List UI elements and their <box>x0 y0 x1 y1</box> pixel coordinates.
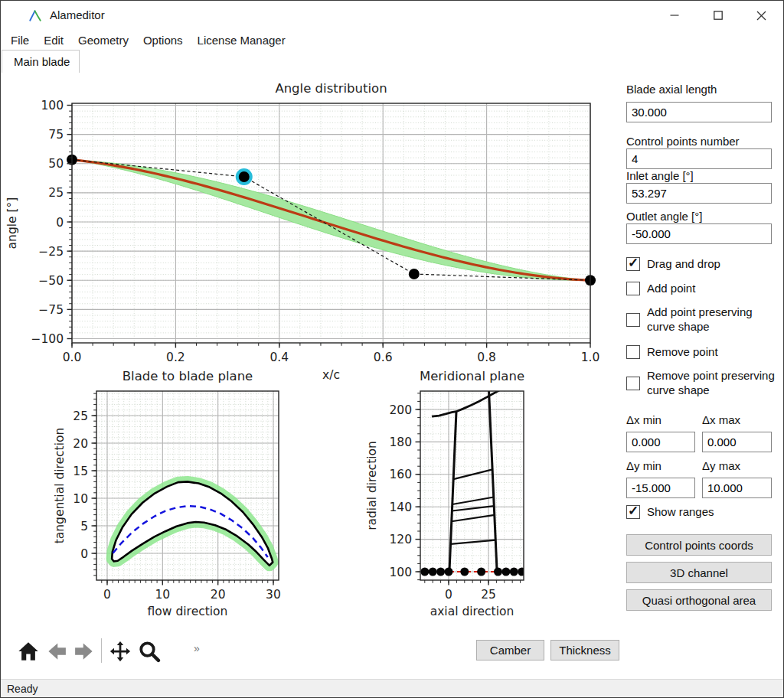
blade-axial-length-label: Blade axial length <box>626 83 717 96</box>
svg-text:angle [°]: angle [°] <box>5 197 19 250</box>
inlet-angle-input[interactable] <box>626 183 772 204</box>
dx-max-label: Δx max <box>702 413 740 426</box>
dy-max-label: Δy max <box>702 459 740 472</box>
checkbox-show-ranges[interactable]: Show ranges <box>626 505 776 520</box>
svg-text:0: 0 <box>445 588 452 602</box>
dy-min-input[interactable] <box>626 478 695 498</box>
3d-channel-button[interactable]: 3D channel <box>626 562 772 583</box>
hub-point[interactable] <box>436 568 445 576</box>
svg-text:0: 0 <box>56 216 64 230</box>
svg-text:tangential direction: tangential direction <box>53 428 67 544</box>
hub-point[interactable] <box>501 568 510 576</box>
forward-button[interactable] <box>73 639 96 664</box>
svg-text:100: 100 <box>389 566 412 579</box>
hub-point[interactable] <box>494 568 502 576</box>
checkbox-add-point[interactable]: Add point <box>626 282 776 296</box>
maximize-button[interactable] <box>696 1 740 30</box>
hub-point[interactable] <box>429 568 437 576</box>
pan-button[interactable] <box>109 639 132 664</box>
svg-text:−25: −25 <box>38 245 64 259</box>
remove-point-label: Remove point <box>647 345 718 360</box>
blade-axial-length-input[interactable] <box>626 102 772 122</box>
menu-license-manager[interactable]: License Manager <box>198 34 286 47</box>
maximize-icon <box>714 11 723 20</box>
svg-text:120: 120 <box>389 533 412 546</box>
dy-min-label: Δy min <box>626 459 662 472</box>
app-window: Alameditor File Edit Geometry Options Li… <box>0 0 784 698</box>
drag-and-drop-checkbox-box[interactable] <box>626 257 640 271</box>
statusbar: Ready <box>1 679 783 698</box>
drag-and-drop-label: Drag and drop <box>647 257 720 272</box>
checkbox-remove-point[interactable]: Remove point <box>626 345 776 360</box>
back-button[interactable] <box>45 639 68 664</box>
remove-point-preserving-checkbox-box[interactable] <box>626 377 640 390</box>
add-point-preserving-checkbox-box[interactable] <box>626 313 640 327</box>
svg-text:−100: −100 <box>31 332 64 346</box>
add-point-label: Add point <box>647 282 695 296</box>
inlet-angle-label: Inlet angle [°] <box>626 169 694 182</box>
menu-geometry[interactable]: Geometry <box>78 34 129 47</box>
svg-text:x/c: x/c <box>322 368 340 382</box>
toolbar-separator <box>101 638 102 663</box>
titlebar: Alameditor <box>1 1 783 30</box>
control-points-coords-button[interactable]: Control points coords <box>626 534 772 556</box>
svg-text:15: 15 <box>73 465 88 478</box>
svg-text:10: 10 <box>155 588 170 602</box>
control-point-selected[interactable] <box>237 170 251 184</box>
control-points-number-input[interactable] <box>626 148 772 169</box>
checkbox-drag-and-drop[interactable]: Drag and drop <box>626 257 776 272</box>
hub-point[interactable] <box>477 568 485 576</box>
outlet-angle-input[interactable] <box>626 223 772 244</box>
svg-text:0.4: 0.4 <box>270 351 289 364</box>
svg-text:140: 140 <box>389 501 412 514</box>
add-point-preserving-label: Add point preserving curve shape <box>647 305 768 334</box>
minimize-button[interactable] <box>652 1 696 30</box>
outlet-angle-label: Outlet angle [°] <box>626 210 702 223</box>
menu-options[interactable]: Options <box>143 34 183 47</box>
thickness-button[interactable]: Thickness <box>550 640 619 660</box>
remove-point-checkbox-box[interactable] <box>626 345 640 359</box>
hub-point[interactable] <box>510 568 518 576</box>
svg-text:Blade to blade plane: Blade to blade plane <box>122 369 253 383</box>
svg-text:160: 160 <box>389 468 412 481</box>
checkbox-remove-point-preserving[interactable]: Remove point preserving curve shape <box>626 369 776 398</box>
menubar: File Edit Geometry Options License Manag… <box>1 30 783 50</box>
zoom-button[interactable] <box>138 639 161 664</box>
svg-text:0.8: 0.8 <box>477 351 496 364</box>
control-points-number-label: Control points number <box>626 135 740 148</box>
dx-max-input[interactable] <box>702 432 772 452</box>
menu-file[interactable]: File <box>11 34 29 47</box>
checkbox-add-point-preserving[interactable]: Add point preserving curve shape <box>626 305 776 334</box>
show-ranges-label: Show ranges <box>647 505 714 520</box>
hub-point[interactable] <box>420 568 429 576</box>
svg-text:Meridional plane: Meridional plane <box>420 369 524 383</box>
svg-text:axial direction: axial direction <box>430 605 514 618</box>
svg-text:0.2: 0.2 <box>166 351 185 364</box>
hub-point[interactable] <box>518 568 526 576</box>
camber-button[interactable]: Camber <box>476 640 544 660</box>
svg-text:25: 25 <box>48 186 64 200</box>
hub-point[interactable] <box>445 568 453 576</box>
dy-max-input[interactable] <box>702 478 772 498</box>
svg-text:0: 0 <box>103 588 111 602</box>
add-point-checkbox-box[interactable] <box>626 282 640 295</box>
close-icon <box>756 11 766 21</box>
minimize-icon <box>670 11 679 20</box>
svg-text:0: 0 <box>80 547 88 561</box>
plots-canvas[interactable]: 0.00.20.40.60.81.0−100−75−50−25025507510… <box>1 66 621 625</box>
svg-text:−75: −75 <box>38 303 64 317</box>
svg-text:25: 25 <box>481 588 496 602</box>
menu-edit[interactable]: Edit <box>44 34 64 47</box>
home-button[interactable] <box>17 639 40 664</box>
show-ranges-checkbox-box[interactable] <box>626 505 640 519</box>
dx-min-input[interactable] <box>626 432 695 452</box>
hub-point[interactable] <box>460 568 469 576</box>
toolbar-more-button[interactable]: » <box>194 642 200 654</box>
close-button[interactable] <box>740 1 783 30</box>
dx-min-label: Δx min <box>626 413 662 426</box>
svg-text:75: 75 <box>48 128 64 142</box>
quasi-orthogonal-area-button[interactable]: Quasi orthogonal area <box>626 589 772 611</box>
svg-text:Angle distribution: Angle distribution <box>275 81 387 96</box>
control-point[interactable] <box>409 269 420 279</box>
svg-text:25: 25 <box>73 409 88 423</box>
